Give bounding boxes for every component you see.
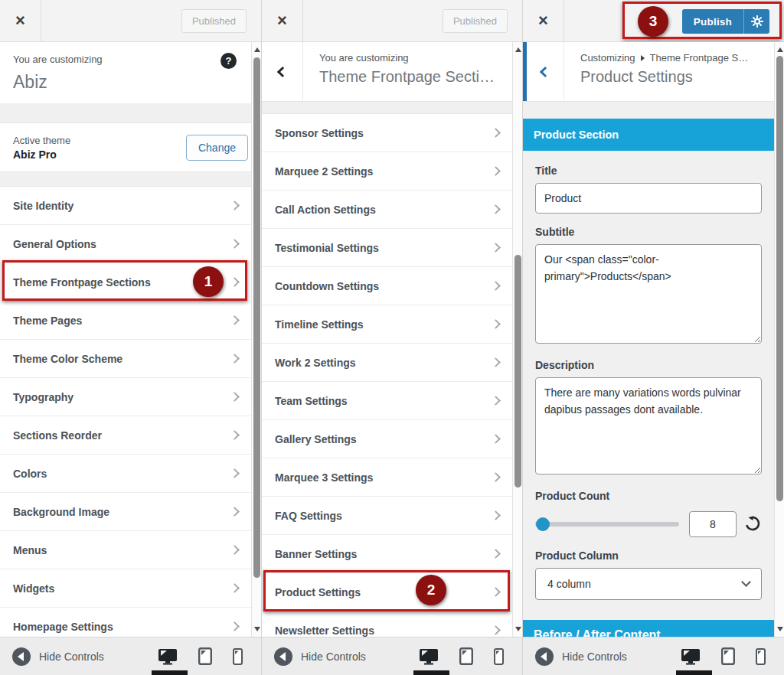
menu-item-label: Testimonial Settings [275, 242, 379, 254]
scrollbar[interactable] [251, 42, 261, 637]
menu-item[interactable]: Work 2 Settings [262, 344, 512, 382]
chevron-right-icon [230, 277, 240, 287]
scrollbar-thumb[interactable] [514, 255, 521, 488]
menu-item-label: Background Image [13, 506, 109, 518]
menu-item[interactable]: Call Action Settings [262, 191, 512, 229]
close-icon[interactable]: × [262, 0, 303, 41]
menu-item[interactable]: Site Identity [0, 187, 251, 225]
menu-item[interactable]: Theme Color Scheme [0, 340, 251, 378]
published-button[interactable]: Published [443, 9, 508, 33]
publish-button[interactable]: Publish [682, 9, 769, 34]
preview-mobile-button[interactable] [233, 648, 243, 665]
scrollbar-thumb[interactable] [776, 56, 783, 501]
menu-item[interactable]: Marquee 2 Settings [262, 152, 512, 191]
published-button[interactable]: Published [181, 9, 247, 33]
menu-item[interactable]: Gallery Settings [262, 420, 512, 458]
scrollbar-thumb[interactable] [253, 57, 260, 578]
menu-item-label: Menus [13, 544, 47, 556]
title-input[interactable] [535, 183, 762, 214]
slider-thumb[interactable] [536, 517, 550, 531]
menu-item-label: Newsletter Settings [275, 624, 374, 637]
menu-item[interactable]: Newsletter Settings [262, 611, 512, 637]
menu-item-label: Timeline Settings [275, 318, 364, 331]
product-column-select[interactable]: 4 column [535, 568, 762, 600]
preview-tablet-button[interactable] [198, 647, 212, 665]
collapse-arrow-icon [12, 647, 31, 666]
change-theme-button[interactable]: Change [186, 135, 248, 161]
menu-item[interactable]: Menus [0, 531, 251, 569]
menu-item[interactable]: Team Settings [262, 382, 512, 420]
chevron-right-icon [491, 396, 501, 406]
product-settings-form: Title Subtitle Our <span class="color-pr… [523, 151, 774, 600]
preview-tablet-button[interactable] [721, 647, 735, 665]
menu-item[interactable]: Colors [0, 455, 251, 493]
menu-item[interactable]: Background Image [0, 493, 251, 531]
chevron-right-icon [491, 128, 501, 138]
scroll-down-icon[interactable] [515, 627, 521, 631]
publish-label: Publish [682, 9, 743, 34]
menu-item[interactable]: Countdown Settings [262, 267, 512, 305]
menu-item[interactable]: Sponsor Settings [262, 114, 512, 152]
menu-item[interactable]: Sections Reorder [0, 416, 251, 455]
chevron-right-icon [491, 357, 501, 367]
menu-item-label: Gallery Settings [275, 433, 357, 445]
menu-item[interactable]: Marquee 3 Settings [262, 458, 512, 497]
publish-settings-toggle[interactable] [743, 9, 769, 34]
menu-item[interactable]: Typography [0, 378, 251, 416]
active-theme-section: Active theme Abiz Pro Change [0, 122, 261, 172]
menu-item[interactable]: General Options [0, 225, 251, 263]
hide-controls-button[interactable]: Hide Controls [535, 647, 627, 666]
product-count-input[interactable] [689, 511, 737, 537]
chevron-right-icon [491, 472, 501, 482]
help-icon[interactable]: ? [220, 53, 237, 69]
chevron-right-icon [230, 507, 240, 517]
scroll-up-icon[interactable] [254, 47, 260, 52]
preview-tablet-button[interactable] [459, 647, 473, 665]
menu-item-label: General Options [13, 238, 96, 250]
annotation-badge-1: 1 [193, 266, 224, 297]
menu-item-label: Theme Frontpage Sections [13, 276, 151, 289]
back-button[interactable] [527, 42, 564, 101]
title-label: Title [535, 165, 762, 177]
scrollbar[interactable] [512, 42, 522, 637]
scroll-up-icon[interactable] [515, 47, 521, 52]
menu-item-label: Theme Color Scheme [13, 353, 122, 365]
menu-item[interactable]: Banner Settings [262, 535, 512, 573]
menu-item[interactable]: FAQ Settings [262, 497, 512, 535]
desktop-tooltip-sliver [676, 670, 712, 675]
menu-item[interactable]: Timeline Settings [262, 305, 512, 344]
menu-item[interactable]: Homepage Settings [0, 608, 251, 637]
close-icon[interactable]: × [0, 0, 41, 41]
menu-item[interactable]: Testimonial Settings [262, 229, 512, 267]
chevron-left-icon [540, 66, 550, 77]
menu-item[interactable]: Theme Pages [0, 302, 251, 340]
preview-mobile-button[interactable] [494, 648, 504, 665]
preview-mobile-button[interactable] [756, 648, 766, 665]
menu-item[interactable]: Product Settings [262, 573, 512, 611]
back-button[interactable] [262, 42, 303, 101]
breadcrumb-arrow-icon [641, 55, 645, 61]
chevron-right-icon [230, 239, 240, 249]
hide-controls-button[interactable]: Hide Controls [274, 647, 366, 666]
scroll-down-icon[interactable] [777, 627, 783, 631]
close-icon[interactable]: × [523, 0, 564, 41]
menu-item-label: Typography [13, 391, 74, 403]
preview-desktop-button[interactable] [158, 648, 178, 665]
menu-item[interactable]: Widgets [0, 569, 251, 608]
scrollbar[interactable] [774, 42, 784, 637]
customizing-label: You are customizing [13, 54, 248, 65]
preview-desktop-button[interactable] [419, 648, 439, 665]
chevron-right-icon [230, 315, 240, 325]
subtitle-textarea[interactable]: Our <span class="color-primary">Products… [535, 244, 762, 344]
hide-controls-button[interactable]: Hide Controls [12, 647, 104, 666]
menu-item-label: Sponsor Settings [275, 127, 364, 139]
scroll-down-icon[interactable] [254, 627, 260, 631]
scroll-up-icon[interactable] [777, 47, 783, 52]
topbar: × Publish 3 [523, 0, 784, 42]
chevron-left-icon [276, 66, 287, 77]
description-textarea[interactable]: There are many variations words pulvinar… [535, 377, 762, 474]
menu-item-label: Team Settings [275, 395, 348, 407]
preview-desktop-button[interactable] [681, 648, 701, 665]
reset-button[interactable] [743, 515, 762, 533]
product-count-slider[interactable] [535, 522, 679, 527]
